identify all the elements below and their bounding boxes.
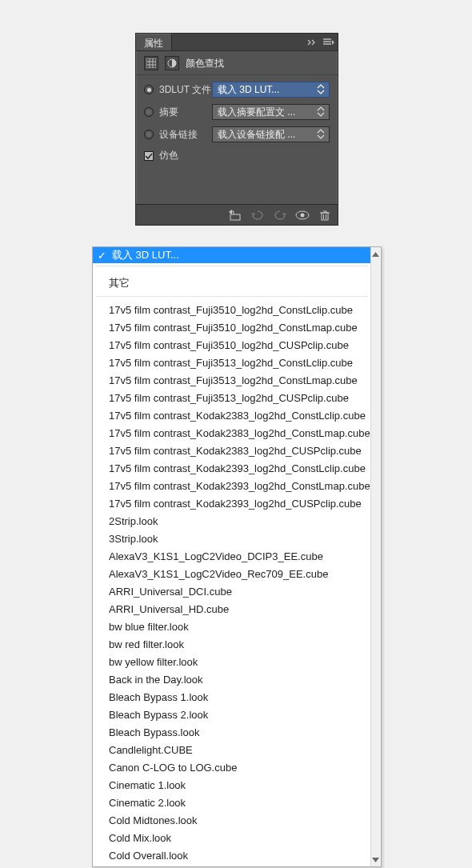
row-3dlut: 3DLUT 文件 载入 3D LUT... [144,82,330,98]
dropdown-group-other[interactable]: 其它 [93,271,370,294]
panel-header: 颜色查找 [136,51,338,75]
panel-footer [136,204,338,225]
svg-point-4 [301,213,305,217]
separator [96,296,367,297]
dropdown-item[interactable]: 17v5 film contrast_Fuji3510_log2hd_Const… [93,302,370,319]
chevron-updown-icon [317,106,326,117]
properties-panel: 属性 颜色查找 3DLUT 文件 载入 3D LUT.. [135,33,338,226]
row-devicelink: 设备链接 载入设备链接配 ... [144,126,330,142]
lut-dropdown: ✓ 载入 3D LUT... 其它 17v5 film contrast_Fuj… [92,246,382,867]
clip-to-layer-icon[interactable] [227,207,243,223]
dropdown-item[interactable]: Cold Midtones.look [93,812,370,830]
checkmark-icon: ✓ [98,250,106,262]
select-3dlut[interactable]: 载入 3D LUT... [212,82,330,98]
scroll-up-icon[interactable] [371,247,381,261]
radio-3dlut[interactable] [144,85,154,94]
adjustment-icon[interactable] [165,56,179,70]
panel-tabbar: 属性 [136,34,338,51]
radio-abstract[interactable] [144,107,154,117]
select-devicelink-value: 载入设备链接配 ... [218,128,295,142]
dropdown-item[interactable]: bw blue filter.look [93,618,370,636]
dropdown-item[interactable]: 17v5 film contrast_Kodak2383_log2hd_Cons… [93,425,370,442]
dropdown-item[interactable]: ARRI_Universal_HD.cube [93,601,370,618]
dropdown-item[interactable]: 17v5 film contrast_Fuji3510_log2hd_Const… [93,319,370,337]
chevron-updown-icon [317,84,326,94]
dropdown-item[interactable]: Cinematic 1.look [93,777,370,794]
trash-icon[interactable] [317,207,333,223]
chevron-updown-icon [317,129,326,139]
dropdown-selected-label: 载入 3D LUT... [112,248,179,262]
label-dither: 仿色 [159,149,178,162]
scroll-down-icon[interactable] [371,853,381,866]
select-abstract-value: 载入摘要配置文 ... [218,106,295,119]
dropdown-item[interactable]: Cold Overall.look [93,847,370,865]
row-dither: 仿色 [144,149,330,162]
dropdown-item[interactable]: AlexaV3_K1S1_LogC2Video_DCIP3_EE.cube [93,548,370,566]
label-devicelink: 设备链接 [159,128,212,142]
dropdown-item[interactable]: Back in the Day.look [93,671,370,689]
separator [96,266,367,266]
dropdown-item[interactable]: Cold Mix.look [93,830,370,847]
grid-icon[interactable] [144,56,158,70]
dropdown-item[interactable]: 17v5 film contrast_Kodak2383_log2hd_Cons… [93,407,370,425]
dropdown-item[interactable]: 17v5 film contrast_Kodak2393_log2hd_Cons… [93,460,370,478]
scrollbar[interactable] [370,247,381,866]
select-3dlut-value: 载入 3D LUT... [218,83,279,97]
select-devicelink[interactable]: 载入设备链接配 ... [212,126,330,142]
dropdown-item[interactable]: bw red filter.look [93,636,370,654]
label-abstract: 摘要 [159,106,212,119]
dropdown-item[interactable]: 17v5 film contrast_Fuji3513_log2hd_CUSPc… [93,390,370,407]
svg-rect-2 [230,214,240,220]
dropdown-item[interactable]: 3Strip.look [93,530,370,548]
svg-rect-0 [146,58,156,68]
row-abstract: 摘要 载入摘要配置文 ... [144,104,330,120]
svg-rect-5 [322,213,328,220]
dropdown-item[interactable]: bw yellow filter.look [93,654,370,671]
dropdown-selected-item[interactable]: ✓ 载入 3D LUT... [93,247,370,263]
dropdown-item[interactable]: 17v5 film contrast_Kodak2393_log2hd_Cons… [93,478,370,495]
dropdown-item[interactable]: AlexaV3_K1S1_LogC2Video_Rec709_EE.cube [93,566,370,583]
radio-devicelink[interactable] [144,130,154,139]
dropdown-item[interactable]: Bleach Bypass.look [93,724,370,742]
label-3dlut: 3DLUT 文件 [159,83,212,97]
panel-title: 颜色查找 [186,57,224,70]
dropdown-item[interactable]: ARRI_Universal_DCI.cube [93,583,370,601]
dropdown-item[interactable]: 17v5 film contrast_Fuji3513_log2hd_Const… [93,354,370,372]
dropdown-item[interactable]: Bleach Bypass 1.look [93,689,370,706]
panel-tab-properties[interactable]: 属性 [136,34,172,50]
dropdown-item[interactable]: Bleach Bypass 2.look [93,706,370,724]
dropdown-item[interactable]: Canon C-LOG to LOG.cube [93,759,370,777]
visibility-eye-icon[interactable] [294,207,310,223]
select-abstract[interactable]: 载入摘要配置文 ... [212,104,330,120]
collapse-icon[interactable] [307,39,318,46]
dropdown-item[interactable]: 17v5 film contrast_Fuji3510_log2hd_CUSPc… [93,337,370,354]
dropdown-item[interactable]: 17v5 film contrast_Kodak2383_log2hd_CUSP… [93,442,370,460]
dropdown-item[interactable]: 2Strip.look [93,513,370,530]
checkbox-dither[interactable] [144,151,154,161]
dropdown-item[interactable]: Candlelight.CUBE [93,742,370,759]
dropdown-item[interactable]: Cinematic 2.look [93,794,370,812]
flyout-menu-icon[interactable] [323,38,334,46]
previous-state-icon[interactable] [250,207,266,223]
dropdown-item[interactable]: 17v5 film contrast_Fuji3513_log2hd_Const… [93,372,370,390]
dropdown-item[interactable]: 17v5 film contrast_Kodak2393_log2hd_CUSP… [93,495,370,513]
panel-body: 3DLUT 文件 载入 3D LUT... 摘要 载入摘要配置文 ... [136,75,338,204]
reset-icon[interactable] [272,207,288,223]
